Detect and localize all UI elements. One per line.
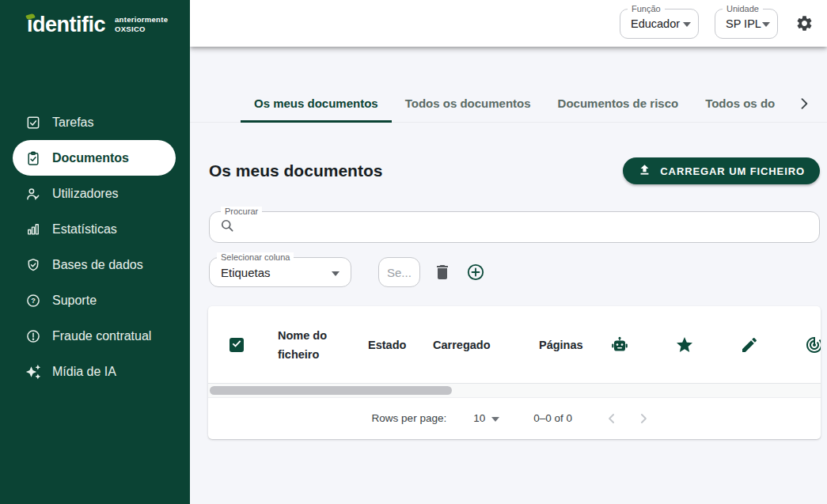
- table-pagination: Rows per page: 10 0–0 of 0: [208, 397, 821, 438]
- unit-select-value: SP IPL: [726, 17, 761, 30]
- main-content: Os meus documentos Todos os documentos D…: [190, 47, 827, 504]
- role-select[interactable]: Função Educador: [620, 9, 699, 39]
- select-all-checkbox[interactable]: [230, 338, 244, 352]
- sidebar: identific anteriormente OXSICO Tarefas D…: [0, 0, 190, 504]
- svg-text:?: ?: [31, 297, 36, 305]
- brand-tagline: anteriormente OXSICO: [115, 15, 168, 34]
- sidebar-item-label: Bases de dados: [52, 258, 143, 272]
- column-select[interactable]: Selecionar coluna Etiquetas: [209, 257, 351, 287]
- sidebar-item-label: Utilizadores: [52, 187, 119, 201]
- column-select-label: Selecionar coluna: [217, 252, 294, 262]
- brand-logo: identific: [27, 13, 105, 36]
- brand-tagline-line2: OXSICO: [115, 25, 168, 34]
- users-icon: [25, 186, 41, 202]
- column-header-nome-do-ficheiro[interactable]: Nome do ficheiro: [278, 326, 328, 364]
- tab-label: Os meus documentos: [254, 97, 378, 110]
- unit-select[interactable]: Unidade SP IPL: [715, 9, 778, 39]
- tag-value-text: Se...: [387, 266, 412, 279]
- column-header-carregado[interactable]: Carregado: [433, 335, 491, 354]
- settings-button[interactable]: [795, 13, 816, 34]
- sidebar-item-suporte[interactable]: ? Suporte: [13, 282, 176, 318]
- role-select-value: Educador: [631, 17, 680, 30]
- sidebar-nav: Tarefas Documentos Utilizadores Estatíst…: [0, 104, 190, 389]
- tab-todos-os-do[interactable]: Todos os do: [692, 85, 776, 122]
- add-filter-button[interactable]: [466, 263, 485, 282]
- tab-os-meus-documentos[interactable]: Os meus documentos: [241, 85, 392, 122]
- horizontal-scrollbar-thumb[interactable]: [210, 386, 452, 395]
- column-select-value: Etiquetas: [221, 266, 271, 279]
- horizontal-scrollbar-track[interactable]: [208, 384, 821, 397]
- sidebar-item-bases-de-dados[interactable]: Bases de dados: [13, 247, 176, 282]
- sidebar-item-utilizadores[interactable]: Utilizadores: [13, 176, 176, 211]
- sidebar-item-label: Mídia de IA: [52, 365, 116, 379]
- upload-icon: [638, 163, 651, 179]
- sidebar-item-label: Tarefas: [52, 116, 93, 130]
- add-circle-icon: [466, 263, 485, 282]
- column-header-estado[interactable]: Estado: [368, 335, 406, 354]
- topbar: Função Educador Unidade SP IPL: [190, 0, 827, 47]
- sparkles-icon: [25, 364, 41, 380]
- trash-icon: [433, 263, 452, 282]
- documents-icon: [25, 150, 41, 166]
- sidebar-item-label: Suporte: [52, 294, 97, 308]
- alert-icon: [25, 328, 41, 344]
- app-root: identific anteriormente OXSICO Tarefas D…: [0, 0, 827, 504]
- help-icon: ?: [25, 293, 41, 309]
- stats-icon: [25, 222, 41, 237]
- sidebar-item-tarefas[interactable]: Tarefas: [13, 104, 176, 140]
- tab-label: Todos os documentos: [405, 97, 531, 110]
- search-icon: [219, 218, 235, 237]
- star-column-icon[interactable]: [675, 335, 694, 354]
- tag-value-field[interactable]: Se...: [378, 257, 420, 287]
- upload-file-button[interactable]: CARREGAR UM FICHEIRO: [623, 157, 820, 184]
- tab-label: Documentos de risco: [558, 97, 679, 110]
- chevron-down-icon: [683, 22, 691, 27]
- upload-button-label: CARREGAR UM FICHEIRO: [660, 165, 805, 177]
- chevron-down-icon: [332, 271, 340, 276]
- role-select-label: Função: [628, 4, 665, 13]
- search-label: Procurar: [221, 207, 262, 216]
- search-field[interactable]: Procurar: [209, 211, 820, 243]
- documents-table-card: Nome do ficheiro Estado Carregado Página…: [208, 306, 821, 439]
- tab-label: Todos os do: [705, 97, 775, 110]
- tab-todos-os-documentos[interactable]: Todos os documentos: [392, 85, 544, 122]
- filter-row: Selecionar coluna Etiquetas Se...: [209, 257, 820, 287]
- brand-tagline-line1: anteriormente: [115, 15, 168, 25]
- search-input[interactable]: [242, 221, 810, 233]
- sidebar-item-estatisticas[interactable]: Estatísticas: [13, 211, 176, 247]
- task-icon: [25, 115, 41, 131]
- sidebar-item-documentos[interactable]: Documentos: [13, 140, 176, 176]
- table-header-row: Nome do ficheiro Estado Carregado Página…: [208, 306, 821, 384]
- shield-check-icon: [25, 257, 41, 273]
- chevron-down-icon: [762, 22, 770, 27]
- sidebar-item-label: Documentos: [52, 151, 129, 165]
- ai-robot-column-icon[interactable]: [610, 335, 629, 354]
- tabs-scroll-right-button[interactable]: [795, 94, 814, 113]
- sidebar-item-fraude-contratual[interactable]: Fraude contratual: [13, 318, 176, 354]
- chevron-right-icon: [635, 411, 651, 426]
- chevron-left-icon: [604, 411, 620, 426]
- column-header-paginas[interactable]: Páginas: [539, 335, 583, 354]
- sidebar-item-label: Estatísticas: [52, 222, 117, 237]
- tabs-bar: Os meus documentos Todos os documentos D…: [190, 85, 827, 123]
- rows-per-page-select[interactable]: 10: [473, 412, 499, 424]
- track-changes-column-icon[interactable]: [805, 335, 821, 354]
- edit-pencil-column-icon[interactable]: [740, 335, 759, 354]
- page-title: Os meus documentos: [209, 161, 382, 180]
- chevron-right-icon: [796, 96, 812, 112]
- check-icon: [231, 338, 242, 352]
- sidebar-item-label: Fraude contratual: [52, 329, 151, 343]
- delete-filter-button[interactable]: [433, 263, 452, 282]
- previous-page-button[interactable]: [602, 409, 621, 428]
- brand: identific anteriormente OXSICO: [0, 0, 190, 36]
- rows-per-page-value: 10: [473, 412, 485, 424]
- unit-select-label: Unidade: [723, 4, 763, 13]
- brand-name: identific: [27, 13, 105, 36]
- title-row: Os meus documentos CARREGAR UM FICHEIRO: [209, 157, 820, 184]
- next-page-button[interactable]: [634, 409, 653, 428]
- chevron-down-icon: [491, 417, 499, 422]
- tab-documentos-de-risco[interactable]: Documentos de risco: [544, 85, 692, 122]
- gear-icon: [795, 14, 816, 32]
- rows-per-page-label: Rows per page:: [372, 412, 447, 424]
- sidebar-item-midia-de-ia[interactable]: Mídia de IA: [13, 354, 176, 389]
